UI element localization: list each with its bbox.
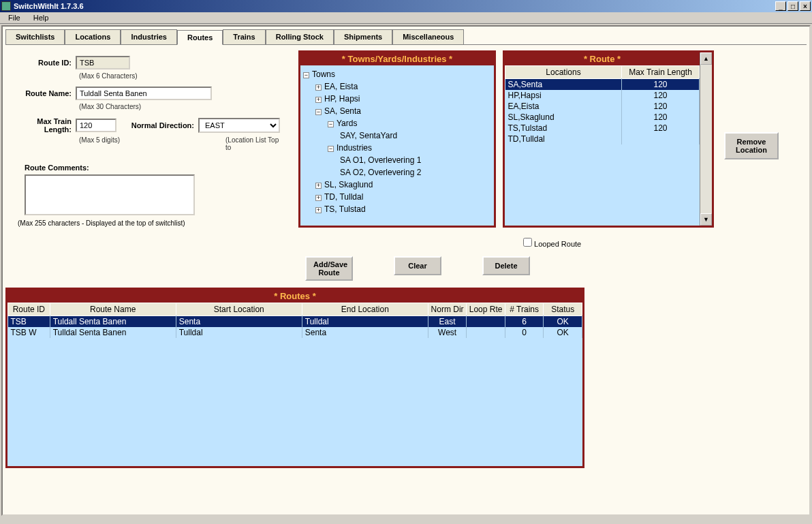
max-train-input[interactable] <box>76 119 116 132</box>
tab-strip: Switchlists Locations Industries Routes … <box>5 29 807 45</box>
tab-routes[interactable]: Routes <box>177 30 223 45</box>
tree-toggle-icon[interactable]: + <box>315 195 322 201</box>
scroll-down-icon[interactable]: ▼ <box>700 213 712 226</box>
routes-table[interactable]: Route IDRoute NameStart LocationEnd Loca… <box>7 303 582 466</box>
tree-sao1[interactable]: SA O1, Overlevering 1 <box>340 155 421 165</box>
route-panel: * Route * Locations Max Train Length SA,… <box>503 50 714 228</box>
routes-panel: * Routes * Route IDRoute NameStart Locat… <box>5 288 584 468</box>
routes-col[interactable]: Norm Dir <box>428 303 467 316</box>
tab-miscellaneous[interactable]: Miscellaneous <box>392 29 464 44</box>
normal-dir-hint: (Location List Top to <box>225 136 286 151</box>
route-id-hint: (Max 6 Characters) <box>79 72 286 80</box>
tab-industries[interactable]: Industries <box>121 29 177 44</box>
comments-input[interactable] <box>25 174 195 215</box>
tree-hp[interactable]: HP, Hapsi <box>324 94 360 104</box>
tree-say[interactable]: SAY, SentaYard <box>340 131 397 140</box>
titlebar: SwitchWithIt 1.7.3.6 _ □ × <box>0 0 812 12</box>
route-row[interactable]: SL,Skaglund120 <box>505 112 700 123</box>
tree-yards[interactable]: Yards <box>337 119 357 128</box>
routes-col[interactable]: Status <box>544 303 582 316</box>
routes-row[interactable]: TSBTuldall Senta BanenSentaTulldalEast6O… <box>8 316 582 328</box>
route-row[interactable]: HP,Hapsi120 <box>505 90 700 101</box>
normal-dir-select[interactable]: EAST <box>198 118 280 133</box>
route-row[interactable]: EA,Eista120 <box>505 101 700 112</box>
looped-route-check[interactable] <box>523 238 532 247</box>
route-name-label: Route Name: <box>11 89 76 97</box>
comments-label: Route Comments: <box>25 164 286 172</box>
route-row[interactable]: TD,Tulldal <box>505 134 700 144</box>
route-id-input[interactable] <box>76 56 130 70</box>
tree-toggle-icon[interactable]: − <box>328 121 334 127</box>
route-name-hint: (Max 30 Characters) <box>79 103 286 110</box>
tree-toggle-icon[interactable]: + <box>315 183 322 189</box>
tab-rolling-stock[interactable]: Rolling Stock <box>266 29 334 44</box>
routes-col[interactable]: End Location <box>302 303 428 316</box>
app-icon <box>1 1 11 11</box>
scroll-up-icon[interactable]: ▲ <box>700 52 712 65</box>
max-train-hint: (Max 5 digits) <box>79 136 154 151</box>
routes-col[interactable]: Route ID <box>8 303 50 316</box>
delete-button[interactable]: Delete <box>482 256 530 275</box>
menu-file[interactable]: File <box>3 12 26 23</box>
tree-toggle-icon[interactable]: − <box>315 109 322 115</box>
tree-td[interactable]: TD, Tulldal <box>324 192 363 202</box>
tree-ts[interactable]: TS, Tulstad <box>324 204 366 214</box>
route-row[interactable]: TS,Tulstad120 <box>505 123 700 134</box>
tree-toggle-icon[interactable]: − <box>303 72 309 78</box>
routes-col[interactable]: Start Location <box>176 303 302 316</box>
route-table[interactable]: Locations Max Train Length SA,Senta120HP… <box>505 65 700 226</box>
clear-button[interactable]: Clear <box>394 256 441 275</box>
tree-panel: * Towns/Yards/Industries * −Towns +EA, E… <box>298 50 496 228</box>
route-row[interactable]: SA,Senta120 <box>505 79 700 91</box>
comments-hint: (Max 255 characters - Displayed at the t… <box>18 219 286 227</box>
routes-col[interactable]: Loop Rte <box>467 303 505 316</box>
tree-ea[interactable]: EA, Eista <box>324 82 358 91</box>
routes-col[interactable]: # Trains <box>505 303 544 316</box>
route-col-loc[interactable]: Locations <box>505 66 622 79</box>
routes-title: * Routes * <box>7 290 582 303</box>
tree[interactable]: −Towns +EA, Eista +HP, Hapsi −SA, Senta … <box>300 65 494 218</box>
route-col-maxlen[interactable]: Max Train Length <box>622 66 700 79</box>
tree-sl[interactable]: SL, Skaglund <box>324 180 373 189</box>
route-scrollbar[interactable]: ▲ ▼ <box>700 52 712 226</box>
route-name-input[interactable] <box>76 87 212 100</box>
looped-route-checkbox[interactable]: Looped Route <box>523 240 581 248</box>
tree-sao2[interactable]: SA O2, Overlevering 2 <box>340 168 421 177</box>
window-title: SwitchWithIt 1.7.3.6 <box>14 2 84 10</box>
minimize-button[interactable]: _ <box>775 1 786 11</box>
max-train-label: Max Train Length: <box>11 117 76 134</box>
add-save-route-button[interactable]: Add/Save Route <box>305 256 353 281</box>
tree-toggle-icon[interactable]: + <box>315 97 322 103</box>
menubar: File Help <box>0 12 812 24</box>
remove-location-button[interactable]: Remove Location <box>724 132 779 159</box>
tab-switchlists[interactable]: Switchlists <box>5 29 65 44</box>
tree-sa[interactable]: SA, Senta <box>324 106 361 116</box>
tree-industries[interactable]: Industries <box>337 143 372 153</box>
tab-trains[interactable]: Trains <box>223 29 265 44</box>
tree-root[interactable]: Towns <box>312 70 335 79</box>
route-form: Route ID: (Max 6 Characters) Route Name:… <box>5 50 292 232</box>
normal-dir-label: Normal Direction: <box>123 121 198 129</box>
tree-toggle-icon[interactable]: − <box>328 146 334 152</box>
tab-shipments[interactable]: Shipments <box>334 29 392 44</box>
maximize-button[interactable]: □ <box>787 1 798 11</box>
route-id-label: Route ID: <box>11 59 76 67</box>
tree-title: * Towns/Yards/Industries * <box>300 52 494 65</box>
tab-locations[interactable]: Locations <box>65 29 121 44</box>
tree-toggle-icon[interactable]: + <box>315 84 322 91</box>
routes-row[interactable]: TSB WTulldal Senta BanenTulldalSentaWest… <box>8 327 582 338</box>
tree-toggle-icon[interactable]: + <box>315 207 322 213</box>
routes-col[interactable]: Route Name <box>50 303 176 316</box>
route-title: * Route * <box>505 52 700 65</box>
close-button[interactable]: × <box>800 1 811 11</box>
menu-help[interactable]: Help <box>28 12 54 23</box>
looped-route-label: Looped Route <box>534 240 581 248</box>
